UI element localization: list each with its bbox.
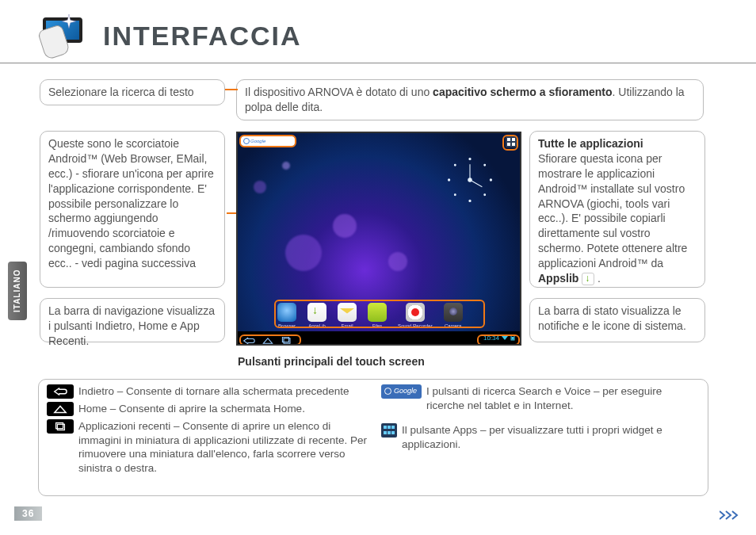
all-apps-body-bold: Appslib	[538, 272, 578, 285]
legend-back: Indietro – Consente di tornare alla sche…	[47, 384, 372, 399]
all-apps-body-1: Sfiorare questa icona per mostrare le ap…	[538, 152, 687, 269]
legend-search-text: I pulsanti di ricerca Search e Voice – p…	[426, 384, 698, 412]
callout-shortcuts-body: Queste sono le scorciatoie Android™ (Web…	[48, 137, 214, 269]
back-icon	[47, 384, 74, 399]
all-apps-body-2: .	[594, 272, 601, 285]
callout-search-text-body: Selezionare la ricerca di testo	[48, 86, 194, 98]
google-search-icon: Google	[381, 384, 422, 399]
legend-back-text: Indietro – Consente di tornare alla sche…	[78, 384, 349, 399]
callout-search-text: Selezionare la ricerca di testo	[40, 79, 225, 105]
device-pre: Il dispositivo ARNOVA è dotato di uno	[245, 86, 433, 98]
callout-all-apps: Tutte le applicazioni Sfiorare questa ic…	[529, 131, 705, 288]
tablet-screenshot: Google Browser AppsLib Email Files Sound…	[236, 132, 521, 346]
section-subheading: Pulsanti principali del touch screen	[238, 355, 425, 368]
callout-statusbar: La barra di stato visualizza le notifich…	[529, 298, 705, 342]
svg-point-6	[449, 179, 450, 181]
svg-point-3	[469, 159, 471, 160]
highlight-status	[477, 334, 520, 346]
legend-home: Home – Consente di aprire la schermata H…	[47, 402, 372, 416]
highlight-all-apps	[502, 135, 518, 151]
apps-grid-icon	[381, 423, 397, 438]
language-tab: ITALIANO	[8, 262, 27, 320]
callout-navbar-body: La barra di navigazione visualizza i pul…	[48, 304, 215, 347]
highlight-dock	[274, 300, 485, 328]
legend-apps-text: Il pulsante Apps – per visualizzare tutt…	[402, 423, 698, 451]
svg-point-4	[490, 179, 491, 181]
legend-home-text: Home – Consente di aprire la schermata H…	[78, 402, 305, 416]
legend-recent-text: Applicazioni recenti – Consente di aprir…	[78, 419, 372, 475]
highlight-search	[239, 135, 296, 147]
page-header: INTERFACCIA	[0, 0, 756, 63]
legend-apps: Il pulsante Apps – per visualizzare tutt…	[381, 423, 698, 451]
svg-point-7	[484, 164, 486, 166]
touch-tablet-icon	[43, 17, 94, 60]
svg-line-2	[470, 180, 482, 187]
legend-search: Google I pulsanti di ricerca Search e Vo…	[381, 384, 698, 412]
svg-point-5	[469, 200, 471, 201]
analog-clock-widget	[444, 154, 496, 206]
svg-point-8	[484, 194, 486, 196]
page-number: 36	[14, 506, 42, 521]
google-search-chip-label: Google	[394, 387, 417, 396]
home-icon	[47, 402, 74, 416]
callout-statusbar-body: La barra di stato visualizza le notifich…	[538, 304, 686, 332]
device-bold: capacitivo schermo a sfioramento	[433, 86, 612, 98]
svg-point-9	[454, 194, 456, 196]
all-apps-heading: Tutte le applicazioni	[538, 137, 643, 150]
recent-apps-icon	[47, 419, 74, 434]
legend-box: Indietro – Consente di tornare alla sche…	[38, 379, 708, 496]
svg-point-10	[454, 164, 456, 166]
highlight-softkeys	[239, 334, 301, 346]
page-title: INTERFACCIA	[103, 21, 302, 52]
legend-recent: Applicazioni recenti – Consente di aprir…	[47, 419, 372, 475]
next-page-arrow-icon	[720, 510, 743, 521]
connector-line	[225, 89, 238, 90]
appslib-icon	[582, 273, 594, 285]
callout-shortcuts: Queste sono le scorciatoie Android™ (Web…	[40, 131, 225, 288]
callout-device: Il dispositivo ARNOVA è dotato di uno ca…	[236, 79, 704, 120]
callout-navbar: La barra di navigazione visualizza i pul…	[40, 298, 225, 342]
